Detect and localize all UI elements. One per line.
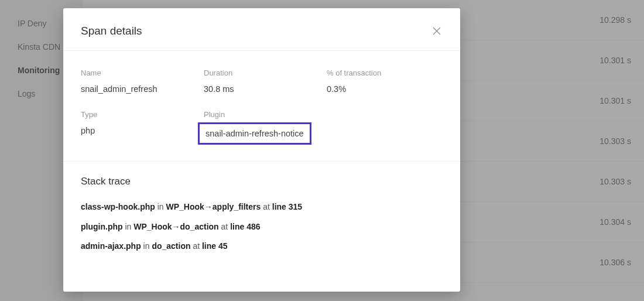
field-label: % of transaction — [327, 69, 450, 77]
close-icon — [433, 27, 441, 35]
field-value: 30.8 ms — [204, 84, 327, 94]
field-value: snail_admin_refresh — [81, 84, 204, 94]
trace-location: line 315 — [272, 202, 302, 211]
trace-func: WP_Hook→apply_filters — [166, 202, 261, 211]
trace-line: plugin.php in WP_Hook→do_action at line … — [81, 221, 443, 233]
trace-location: line 486 — [230, 222, 260, 231]
trace-line: admin-ajax.php in do_action at line 45 — [81, 241, 443, 252]
plugin-highlight-box: snail-admin-refresh-notice — [198, 122, 311, 145]
field-pct: % of transaction 0.3% — [327, 69, 450, 94]
field-type: Type php — [81, 110, 204, 145]
trace-file: class-wp-hook.php — [81, 202, 155, 211]
field-label: Type — [81, 110, 204, 119]
field-value: 0.3% — [327, 84, 450, 94]
modal-body: Name snail_admin_refresh Duration 30.8 m… — [63, 51, 460, 278]
field-label: Plugin — [204, 110, 327, 119]
close-button[interactable] — [431, 25, 443, 37]
stack-trace-title: Stack trace — [81, 176, 443, 187]
modal-overlay[interactable]: Span details Name snail_admin_refresh Du… — [0, 0, 644, 301]
field-label: Duration — [204, 69, 327, 77]
trace-line: class-wp-hook.php in WP_Hook→apply_filte… — [81, 201, 443, 213]
modal-header: Span details — [63, 8, 460, 51]
trace-func: do_action — [152, 241, 190, 251]
trace-file: admin-ajax.php — [81, 241, 141, 251]
modal-title: Span details — [81, 25, 142, 37]
trace-file: plugin.php — [81, 222, 123, 231]
field-plugin: Plugin snail-admin-refresh-notice — [204, 110, 327, 145]
field-name: Name snail_admin_refresh — [81, 69, 204, 94]
field-duration: Duration 30.8 ms — [204, 69, 327, 94]
divider — [63, 161, 460, 162]
field-label: Name — [81, 69, 204, 77]
trace-location: line 45 — [202, 241, 228, 251]
trace-func: WP_Hook→do_action — [133, 222, 218, 231]
field-value: php — [81, 126, 204, 135]
span-details-modal: Span details Name snail_admin_refresh Du… — [63, 8, 460, 292]
